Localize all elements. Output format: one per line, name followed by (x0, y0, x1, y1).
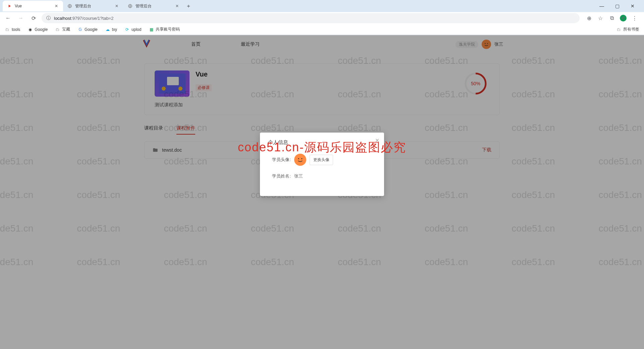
bookmark-item[interactable]: ☁txy (104, 26, 118, 33)
close-icon[interactable]: ✕ (174, 3, 180, 9)
tab-title: 管理后台 (75, 3, 111, 9)
tab-title: Vue (15, 4, 51, 8)
avatar-label: 学员头像: (268, 157, 291, 163)
upload-icon: ⟳ (124, 27, 130, 32)
folder-icon: 🗀 (616, 27, 622, 32)
google-icon: ◉ (28, 27, 33, 32)
modal-title: 个人信息 (268, 139, 376, 146)
svg-point-13 (301, 158, 302, 159)
close-icon[interactable]: ✕ (114, 3, 119, 9)
page-content: 首页 最近学习 逸夫学院 张三 Vue 必修课 测试课程添加 (0, 35, 644, 349)
minimize-icon[interactable]: — (597, 1, 606, 11)
svg-point-12 (298, 158, 299, 159)
back-icon[interactable]: ← (3, 13, 13, 23)
bookmark-item[interactable]: 🗀宝藏 (54, 26, 71, 33)
bookmark-item[interactable]: ⟳uplod (123, 26, 143, 33)
all-bookmarks[interactable]: 🗀所有书签 (615, 26, 641, 33)
forward-icon[interactable]: → (16, 13, 25, 23)
menu-icon[interactable]: ⋮ (631, 15, 638, 21)
new-tab-button[interactable]: ＋ (184, 1, 193, 11)
bookmark-item[interactable]: 🗀tools (3, 26, 21, 33)
folder-icon: 🗀 (55, 27, 60, 32)
address-bar: ← → ⟳ ⓘ localhost:9797/course/1?tab=2 ⊕ … (0, 12, 644, 24)
sheet-icon: ▦ (149, 27, 154, 32)
modal-overlay[interactable]: ✕ 个人信息 学员头像: 更换头像 学员姓名: 张三 (0, 35, 644, 349)
bookmark-item[interactable]: GGoogle (76, 26, 99, 33)
maximize-icon[interactable]: ▢ (612, 1, 622, 11)
folder-icon: 🗀 (5, 27, 10, 32)
close-icon[interactable]: ✕ (375, 137, 379, 144)
bookmark-item[interactable]: ◉Google (26, 26, 49, 33)
zoom-icon[interactable]: ⊕ (586, 15, 592, 21)
vue-favicon (7, 3, 12, 9)
profile-modal: ✕ 个人信息 学员头像: 更换头像 学员姓名: 张三 (260, 133, 384, 196)
close-icon[interactable]: ✕ (54, 3, 59, 9)
svg-point-11 (296, 155, 305, 165)
name-label: 学员姓名: (268, 173, 291, 179)
tab-title: 管理后台 (136, 3, 172, 9)
browser-tab[interactable]: 管理后台 ✕ (63, 1, 123, 11)
globe-favicon (67, 3, 72, 9)
browser-tab-active[interactable]: Vue ✕ (3, 1, 63, 11)
globe-favicon (127, 3, 133, 9)
url-path: :9797/course/1?tab=2 (71, 16, 113, 21)
bookmarks-bar: 🗀tools ◉Google 🗀宝藏 GGoogle ☁txy ⟳uplod ▦… (0, 24, 644, 35)
url-field[interactable]: ⓘ localhost:9797/course/1?tab=2 (42, 13, 580, 23)
extensions-icon[interactable]: ⧉ (608, 15, 615, 21)
url-host: localhost (54, 16, 71, 21)
profile-avatar[interactable]: W (620, 15, 627, 21)
modal-avatar-icon (294, 154, 306, 166)
insecure-icon: ⓘ (46, 15, 51, 21)
tab-strip: Vue ✕ 管理后台 ✕ 管理后台 ✕ ＋ — ▢ ✕ (0, 0, 644, 12)
star-icon[interactable]: ☆ (597, 15, 604, 21)
name-value: 张三 (294, 173, 303, 179)
cloud-icon: ☁ (105, 27, 110, 32)
change-avatar-button[interactable]: 更换头像 (310, 155, 333, 165)
browser-tab[interactable]: 管理后台 ✕ (123, 1, 184, 11)
reload-icon[interactable]: ⟳ (29, 13, 38, 23)
window-controls: — ▢ ✕ (593, 1, 641, 11)
close-window-icon[interactable]: ✕ (628, 1, 637, 11)
google-icon: G (77, 27, 83, 32)
bookmark-item[interactable]: ▦共享账号密码 (147, 26, 181, 33)
